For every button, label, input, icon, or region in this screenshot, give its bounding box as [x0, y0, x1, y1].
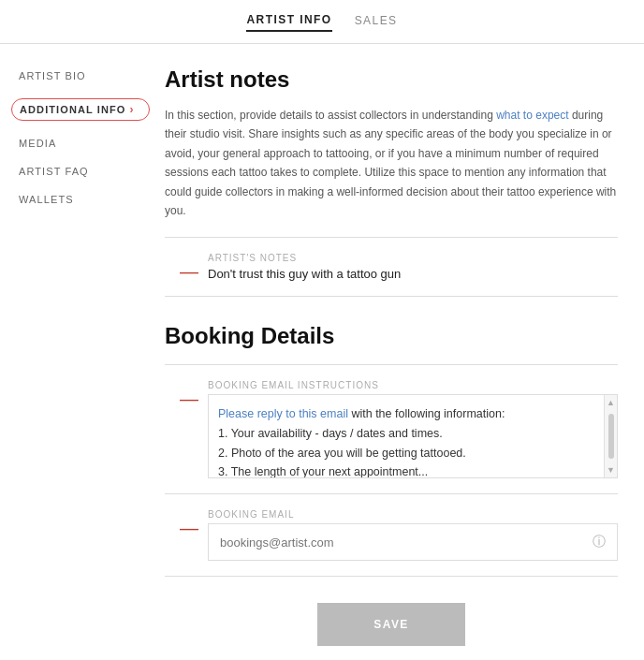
artist-notes-label: ARTIST'S NOTES: [208, 253, 618, 263]
arrow-indicator-1: —: [165, 262, 198, 281]
booking-instructions-field: BOOKING EMAIL INSTRUCTIONS Please reply …: [208, 380, 618, 478]
booking-details-title: Booking Details: [165, 323, 618, 349]
sidebar-item-wallets[interactable]: WALLETS: [19, 194, 150, 205]
artist-notes-description: In this section, provide details to assi…: [165, 106, 618, 220]
save-button[interactable]: SAVE: [317, 603, 465, 646]
sidebar-item-label: ADDITIONAL INFO: [20, 104, 125, 115]
artist-notes-field-row: — ARTIST'S NOTES Don't trust this guy wi…: [165, 253, 618, 281]
sidebar-item-media[interactable]: MEDIA: [19, 138, 150, 149]
info-icon[interactable]: ⓘ: [593, 534, 606, 550]
scroll-bar[interactable]: ▲ ▼: [604, 395, 617, 477]
instructions-line2: 1. Your availability - days / dates and …: [218, 427, 443, 440]
scroll-up-icon[interactable]: ▲: [607, 395, 615, 410]
instructions-content: Please reply to this email with the foll…: [209, 395, 617, 478]
instructions-box: Please reply to this email with the foll…: [208, 394, 618, 478]
instructions-line4: 3. The length of your next appointment..…: [218, 465, 428, 478]
booking-email-row: — BOOKING EMAIL ⓘ: [165, 509, 618, 561]
booking-email-input[interactable]: [220, 535, 593, 550]
artist-notes-title: Artist notes: [165, 66, 618, 93]
divider-1: [165, 237, 618, 238]
booking-instructions-row: — BOOKING EMAIL INSTRUCTIONS Please repl…: [165, 380, 618, 478]
sidebar-item-label: WALLETS: [19, 194, 74, 205]
top-nav: ARTIST INFO SALES: [0, 0, 644, 44]
arrow-indicator-2: —: [165, 389, 198, 408]
nav-artist-info[interactable]: ARTIST INFO: [246, 13, 331, 32]
chevron-right-icon: ›: [129, 103, 134, 116]
sidebar-item-label: ARTIST FAQ: [19, 166, 89, 177]
booking-email-label: BOOKING EMAIL: [208, 509, 618, 520]
divider-3: [165, 364, 618, 365]
instructions-line1: Please reply to this email: [218, 407, 348, 420]
instructions-line3: 2. Photo of the area you will be getting…: [218, 447, 466, 460]
sidebar: ARTIST BIO ADDITIONAL INFO › MEDIA ARTIS…: [0, 44, 150, 660]
main-content: Artist notes In this section, provide de…: [150, 44, 644, 660]
nav-sales[interactable]: SALES: [355, 14, 398, 31]
booking-section: Booking Details — BOOKING EMAIL INSTRUCT…: [165, 323, 618, 577]
sidebar-item-additional-info[interactable]: ADDITIONAL INFO ›: [11, 98, 150, 121]
sidebar-item-artist-faq[interactable]: ARTIST FAQ: [19, 166, 150, 177]
artist-notes-value: Don't trust this guy with a tattoo gun: [208, 267, 618, 281]
sidebar-item-label: MEDIA: [19, 138, 56, 149]
booking-instructions-label: BOOKING EMAIL INSTRUCTIONS: [208, 380, 618, 390]
divider-4: [165, 493, 618, 494]
arrow-indicator-3: —: [165, 519, 198, 537]
divider-5: [165, 576, 618, 577]
scroll-down-icon[interactable]: ▼: [607, 462, 615, 477]
divider-2: [165, 296, 618, 297]
booking-email-field: BOOKING EMAIL ⓘ: [208, 509, 618, 561]
save-area: SAVE: [165, 603, 618, 660]
artist-notes-field: ARTIST'S NOTES Don't trust this guy with…: [208, 253, 618, 281]
sidebar-item-artist-bio[interactable]: ARTIST BIO: [19, 70, 150, 81]
scroll-thumb[interactable]: [608, 414, 614, 459]
page-layout: ARTIST BIO ADDITIONAL INFO › MEDIA ARTIS…: [0, 44, 644, 660]
sidebar-item-label: ARTIST BIO: [19, 70, 86, 81]
email-field-wrapper: ⓘ: [208, 523, 618, 561]
